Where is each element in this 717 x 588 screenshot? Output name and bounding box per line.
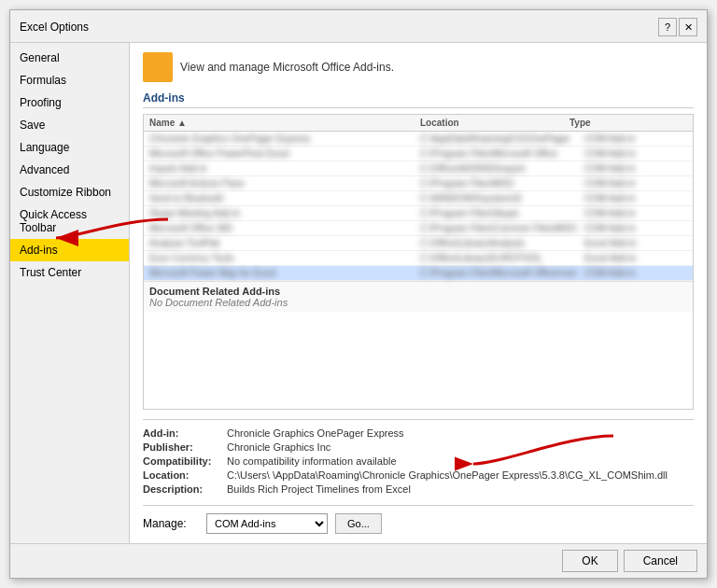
sidebar-item-general[interactable]: General [10,47,129,69]
publisher-detail-value: Chronicle Graphics Inc [227,441,694,453]
addin-type: COM Add-in [584,208,687,218]
table-row[interactable]: Microsoft Power Map for Excel C:\Program… [144,266,693,281]
sidebar-item-language[interactable]: Language [10,136,129,159]
addin-type: COM Add-in [584,193,687,203]
addin-location: C:\Office\Library\EUROTOOL [420,253,584,263]
addin-name: Microsoft Power Map for Excel [149,268,420,278]
sidebar-item-proofing[interactable]: Proofing [10,91,129,114]
scroll-spacer [672,118,687,128]
addin-type: COM Add-in [584,133,687,144]
addin-type: COM Add-in [584,268,687,278]
table-row[interactable]: Send to Bluetooth C:\WINDOWS\system32 CO… [144,191,693,206]
main-header-text: View and manage Microsoft Office Add-ins… [180,61,394,74]
go-button[interactable]: Go... [335,513,382,534]
addins-section-title: Add-ins [143,91,694,108]
location-detail-label: Location: [143,469,227,481]
addin-detail-label: Add-in: [143,427,227,439]
publisher-detail-label: Publisher: [143,441,227,453]
addin-name: Send to Bluetooth [149,193,420,203]
details-panel: Add-in: Chronicle Graphics OnePager Expr… [143,419,694,497]
addin-name: Microsoft Office PowerPivot Excel [149,148,420,159]
svg-rect-2 [159,59,166,66]
cancel-button[interactable]: Cancel [624,550,697,572]
addin-type: Excel Add-in [584,253,687,263]
table-row[interactable]: Skype Meeting Add-in C:\Program Files\Sk… [144,206,693,221]
title-bar-left: Excel Options [20,21,89,34]
close-button[interactable]: ✕ [679,18,697,36]
table-row[interactable]: Microsoft Actions Pane C:\Program Files\… [144,176,693,191]
addin-name: Inquire Add-in [149,163,420,174]
table-row[interactable]: Chronicle Graphics OnePager Express C:\A… [144,132,693,147]
addin-location: C:\WINDOWS\system32 [420,193,584,203]
detail-addin-row: Add-in: Chronicle Graphics OnePager Expr… [143,427,694,439]
sidebar-item-customize-ribbon[interactable]: Customize Ribbon [10,181,129,203]
compat-detail-value: No compatibility information available [227,455,694,467]
addin-name: Analysis ToolPak [149,238,420,248]
dialog-footer: OK Cancel [10,543,707,578]
addin-type: COM Add-in [584,148,687,159]
detail-compat-row: Compatibility: No compatibility informat… [143,455,694,467]
sidebar-item-save[interactable]: Save [10,114,129,136]
addin-name: Microsoft Office 365 [149,223,420,233]
sidebar-item-trust-center[interactable]: Trust Center [10,261,129,284]
addin-type: COM Add-in [584,223,687,233]
dialog-body: General Formulas Proofing Save Language … [10,43,707,543]
col-type-header: Type [569,118,672,128]
title-bar-controls: ? ✕ [658,18,697,36]
main-content: View and manage Microsoft Office Add-ins… [130,43,707,543]
dialog-title: Excel Options [20,21,89,34]
ok-button[interactable]: OK [562,550,617,572]
detail-location-row: Location: C:\Users\ \AppData\Roaming\Chr… [143,469,694,481]
doc-related-title: Document Related Add-ins [149,286,687,297]
addin-name: Microsoft Actions Pane [149,178,420,189]
desc-detail-label: Description: [143,483,227,495]
svg-rect-1 [149,59,157,66]
table-row[interactable]: Analysis ToolPak C:\Office\Library\Analy… [144,236,693,251]
main-area: View and manage Microsoft Office Add-ins… [130,43,707,543]
addin-location: C:\Office\Library\Analysis [420,238,584,248]
title-bar: Excel Options ? ✕ [10,10,707,43]
addin-type: COM Add-in [584,178,687,189]
location-detail-value: C:\Users\ \AppData\Roaming\Chronicle Gra… [227,469,694,481]
manage-select[interactable]: COM Add-ins Excel Add-ins Smart Tags XML… [206,513,328,534]
excel-options-dialog: Excel Options ? ✕ General Formulas Proof… [9,9,708,579]
addins-icon [143,52,173,82]
sidebar-item-formulas[interactable]: Formulas [10,69,129,91]
addin-type: Excel Add-in [584,238,687,248]
sidebar: General Formulas Proofing Save Language … [10,43,130,543]
addin-location: C:\Program Files\Microsoft Office\root [420,268,584,278]
addin-type: COM Add-in [584,163,687,174]
addin-location: C:\Program Files\Skype [420,208,584,218]
addin-location: C:\Office\ADDINS\Inquire [420,163,584,174]
addin-location: C:\Program Files\Microsoft Office [420,148,584,159]
svg-rect-4 [159,68,166,76]
addins-table: Name ▲ Location Type Chronicle Graphics … [143,114,694,410]
sidebar-item-addins[interactable]: Add-ins [10,239,129,261]
table-row[interactable]: Microsoft Office PowerPivot Excel C:\Pro… [144,147,693,161]
addin-detail-value: Chronicle Graphics OnePager Express [227,427,694,439]
help-button[interactable]: ? [658,18,677,36]
puzzle-icon [148,57,168,77]
manage-bar: Manage: COM Add-ins Excel Add-ins Smart … [143,505,694,534]
table-row[interactable]: Euro Currency Tools C:\Office\Library\EU… [144,251,693,266]
addin-location: C:\Program Files\MSO [420,178,584,189]
addin-location: C:\Program Files\Common Files\MSO [420,223,584,233]
addin-location: C:\AppData\Roaming\CG\OnePager [420,133,584,144]
table-row[interactable]: Inquire Add-in C:\Office\ADDINS\Inquire … [144,161,693,176]
compat-detail-label: Compatibility: [143,455,227,467]
table-header: Name ▲ Location Type [144,115,693,132]
col-location-header: Location [420,118,569,128]
doc-related-none: No Document Related Add-ins [149,297,687,308]
table-body[interactable]: Chronicle Graphics OnePager Express C:\A… [144,132,693,409]
sidebar-item-advanced[interactable]: Advanced [10,159,129,181]
main-header: View and manage Microsoft Office Add-ins… [143,52,694,82]
sidebar-item-quick-access[interactable]: Quick Access Toolbar [10,203,129,239]
doc-related-section: Document Related Add-ins No Document Rel… [144,281,693,312]
desc-detail-value: Builds Rich Project Timelines from Excel [227,483,694,495]
addin-name: Chronicle Graphics OnePager Express [149,133,420,144]
table-row[interactable]: Microsoft Office 365 C:\Program Files\Co… [144,221,693,236]
detail-publisher-row: Publisher: Chronicle Graphics Inc [143,441,694,453]
detail-desc-row: Description: Builds Rich Project Timelin… [143,483,694,495]
manage-label: Manage: [143,517,199,530]
addin-name: Skype Meeting Add-in [149,208,420,218]
